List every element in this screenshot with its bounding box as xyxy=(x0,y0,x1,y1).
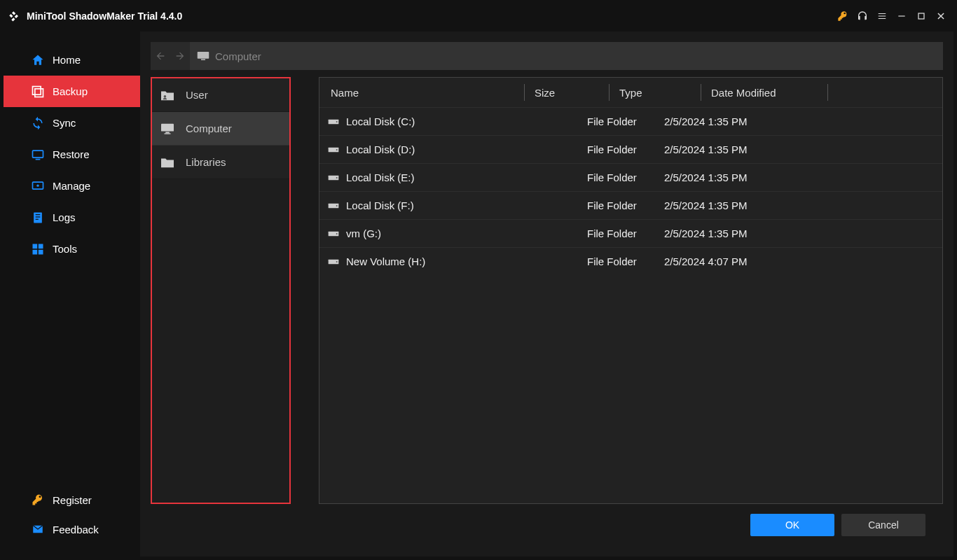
svg-rect-17 xyxy=(201,59,205,61)
svg-point-27 xyxy=(336,177,338,178)
svg-rect-7 xyxy=(34,212,42,223)
source-item-libraries[interactable]: Libraries xyxy=(152,146,289,179)
sidebar-item-label: Sync xyxy=(53,117,76,129)
cell-date: 2/5/2024 1:35 PM xyxy=(664,227,776,239)
register-key-icon xyxy=(30,492,46,507)
sidebar-item-sync[interactable]: Sync xyxy=(4,107,140,139)
column-header-type[interactable]: Type xyxy=(617,87,694,99)
sidebar-item-label: Manage xyxy=(53,180,90,192)
manage-icon xyxy=(30,178,46,194)
svg-rect-12 xyxy=(39,244,43,248)
table-row[interactable]: New Volume (H:)File Folder2/5/2024 4:07 … xyxy=(319,247,942,275)
sidebar-item-register[interactable]: Register xyxy=(4,485,140,514)
file-pane: Name Size Type Date Modified Local Disk … xyxy=(319,77,943,504)
ok-button[interactable]: OK xyxy=(750,514,834,536)
sidebar-item-label: Feedback xyxy=(53,524,99,536)
libraries-folder-icon xyxy=(159,154,176,171)
maximize-button[interactable] xyxy=(912,7,930,25)
main-panel: Computer User Computer xyxy=(140,31,953,556)
svg-rect-1 xyxy=(918,13,924,19)
drive-icon xyxy=(328,230,340,238)
cell-name: vm (G:) xyxy=(346,227,381,239)
cell-name: Local Disk (E:) xyxy=(346,172,415,183)
drive-icon xyxy=(328,146,340,154)
svg-point-18 xyxy=(164,95,167,98)
table-row[interactable]: Local Disk (F:)File Folder2/5/2024 1:35 … xyxy=(319,191,942,219)
drive-icon xyxy=(328,258,340,266)
svg-point-25 xyxy=(336,149,338,150)
column-header-size[interactable]: Size xyxy=(532,87,602,99)
svg-rect-0 xyxy=(898,15,904,16)
sidebar-item-feedback[interactable]: Feedback xyxy=(4,514,140,544)
computer-icon xyxy=(197,51,209,61)
sidebar-item-restore[interactable]: Restore xyxy=(4,139,140,170)
close-button[interactable] xyxy=(932,7,950,25)
sidebar-item-logs[interactable]: Logs xyxy=(4,202,140,233)
computer-monitor-icon xyxy=(159,120,176,137)
table-row[interactable]: Local Disk (D:)File Folder2/5/2024 1:35 … xyxy=(319,135,942,163)
nav-forward-button[interactable] xyxy=(170,42,190,70)
table-row[interactable]: Local Disk (C:)File Folder2/5/2024 1:35 … xyxy=(319,107,942,135)
sidebar-item-label: Register xyxy=(53,494,92,506)
svg-rect-21 xyxy=(165,133,171,134)
source-item-computer[interactable]: Computer xyxy=(152,112,289,146)
cell-name: Local Disk (F:) xyxy=(346,200,414,211)
sync-icon xyxy=(30,115,46,131)
svg-rect-3 xyxy=(35,88,43,97)
cell-type: File Folder xyxy=(587,227,664,239)
drive-icon xyxy=(328,118,340,126)
key-icon[interactable] xyxy=(834,7,852,25)
source-item-user[interactable]: User xyxy=(152,78,289,112)
cancel-button[interactable]: Cancel xyxy=(841,514,925,536)
sidebar-item-tools[interactable]: Tools xyxy=(4,233,140,265)
sidebar-item-backup[interactable]: Backup xyxy=(4,76,140,107)
minimize-button[interactable] xyxy=(893,7,911,25)
column-header-name[interactable]: Name xyxy=(328,87,517,99)
cell-date: 2/5/2024 1:35 PM xyxy=(664,144,776,155)
svg-rect-10 xyxy=(36,218,39,219)
cell-date: 2/5/2024 4:07 PM xyxy=(664,255,776,267)
headset-icon[interactable] xyxy=(853,7,872,25)
cell-name: New Volume (H:) xyxy=(346,255,425,267)
restore-icon xyxy=(30,147,46,162)
home-icon xyxy=(30,52,46,68)
cell-date: 2/5/2024 1:35 PM xyxy=(664,200,776,211)
user-folder-icon xyxy=(159,87,176,104)
table-header: Name Size Type Date Modified xyxy=(319,78,942,107)
cell-type: File Folder xyxy=(587,172,664,183)
svg-point-31 xyxy=(336,233,338,234)
column-header-date[interactable]: Date Modified xyxy=(708,87,820,99)
logs-icon xyxy=(30,210,46,225)
location-box[interactable]: Computer xyxy=(190,42,943,70)
sidebar-item-label: Logs xyxy=(53,211,76,223)
svg-rect-8 xyxy=(36,214,41,215)
cell-name: Local Disk (D:) xyxy=(346,144,415,155)
source-item-label: Computer xyxy=(186,122,232,134)
sidebar-item-label: Backup xyxy=(53,85,88,97)
sidebar-item-label: Home xyxy=(53,54,81,66)
svg-point-33 xyxy=(336,261,338,262)
tools-icon xyxy=(30,241,46,257)
nav-back-button[interactable] xyxy=(151,42,170,70)
sidebar-item-home[interactable]: Home xyxy=(4,44,140,76)
table-row[interactable]: Local Disk (E:)File Folder2/5/2024 1:35 … xyxy=(319,163,942,191)
svg-rect-9 xyxy=(36,216,41,217)
cell-name: Local Disk (C:) xyxy=(346,115,415,127)
app-title: MiniTool ShadowMaker Trial 4.4.0 xyxy=(27,10,182,22)
cell-type: File Folder xyxy=(587,200,664,211)
menu-icon[interactable] xyxy=(873,7,891,25)
drive-icon xyxy=(328,174,340,182)
drive-icon xyxy=(328,202,340,210)
table-row[interactable]: vm (G:)File Folder2/5/2024 1:35 PM xyxy=(319,219,942,247)
titlebar: MiniTool ShadowMaker Trial 4.4.0 xyxy=(0,0,957,31)
path-bar: Computer xyxy=(151,42,943,70)
svg-rect-20 xyxy=(165,132,169,133)
svg-rect-2 xyxy=(33,86,41,94)
sidebar-item-manage[interactable]: Manage xyxy=(4,170,140,202)
svg-rect-16 xyxy=(198,52,209,59)
svg-point-6 xyxy=(36,184,39,186)
svg-point-23 xyxy=(336,121,338,122)
sidebar-item-label: Tools xyxy=(53,243,77,255)
source-item-label: User xyxy=(186,89,208,101)
sidebar: Home Backup Sync Restore Manage xyxy=(4,31,140,556)
